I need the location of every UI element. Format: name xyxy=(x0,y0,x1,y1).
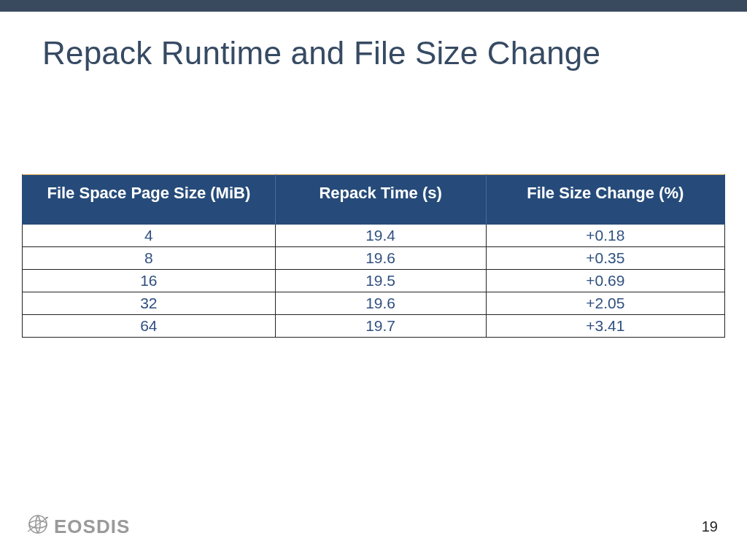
slide-top-bar xyxy=(0,0,747,12)
table-row: 4 19.4 +0.18 xyxy=(23,225,725,247)
data-table-wrap: File Space Page Size (MiB) Repack Time (… xyxy=(22,174,725,338)
globe-icon xyxy=(26,513,50,541)
page-number: 19 xyxy=(702,518,718,535)
data-table: File Space Page Size (MiB) Repack Time (… xyxy=(22,174,725,338)
table-header-row: File Space Page Size (MiB) Repack Time (… xyxy=(23,175,725,225)
table-cell: 19.5 xyxy=(275,270,486,292)
table-row: 32 19.6 +2.05 xyxy=(23,292,725,315)
table-cell: 19.6 xyxy=(275,247,486,270)
table-header-cell: Repack Time (s) xyxy=(275,175,486,225)
table-cell: 64 xyxy=(23,315,276,338)
table-body: 4 19.4 +0.18 8 19.6 +0.35 16 19.5 +0.69 … xyxy=(23,225,725,338)
table-cell: +2.05 xyxy=(486,292,724,315)
table-cell: +0.18 xyxy=(486,225,724,247)
table-cell: 8 xyxy=(23,247,276,270)
table-header-cell: File Space Page Size (MiB) xyxy=(23,175,276,225)
table-cell: +0.35 xyxy=(486,247,724,270)
slide-body: Repack Runtime and File Size Change File… xyxy=(0,12,747,560)
table-cell: +3.41 xyxy=(486,315,724,338)
table-header-cell: File Size Change (%) xyxy=(486,175,724,225)
table-row: 8 19.6 +0.35 xyxy=(23,247,725,270)
table-cell: 19.4 xyxy=(275,225,486,247)
slide-footer: EOSDIS 19 xyxy=(26,513,718,541)
logo-text: EOSDIS xyxy=(54,516,130,538)
table-cell: 4 xyxy=(23,225,276,247)
eosdis-logo: EOSDIS xyxy=(26,513,130,541)
table-cell: +0.69 xyxy=(486,270,724,292)
table-cell: 19.6 xyxy=(275,292,486,315)
table-row: 64 19.7 +3.41 xyxy=(23,315,725,338)
table-cell: 32 xyxy=(23,292,276,315)
page-title: Repack Runtime and File Size Change xyxy=(42,35,600,71)
table-cell: 19.7 xyxy=(275,315,486,338)
table-row: 16 19.5 +0.69 xyxy=(23,270,725,292)
table-cell: 16 xyxy=(23,270,276,292)
